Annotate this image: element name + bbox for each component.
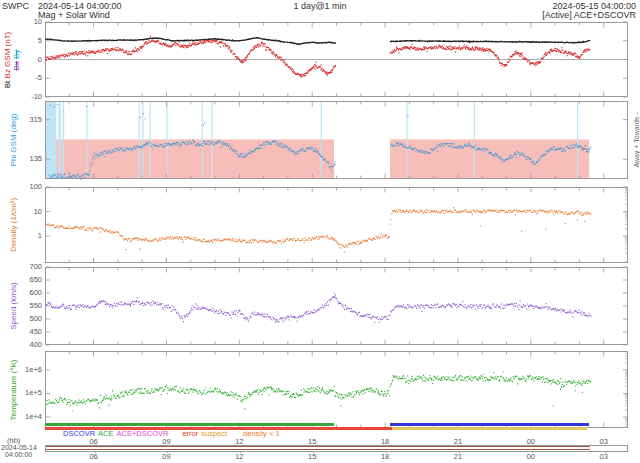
ytick-label: 1e+5: [1, 389, 42, 397]
mini-axis-tick: [313, 451, 314, 453]
series-speed: [45, 293, 591, 323]
y-axis-label-text: By: [12, 49, 21, 58]
y-axis-label-line: Bx By: [12, 31, 21, 87]
mini-axis-tick: [95, 451, 96, 453]
away-towards-label: Away + Towards -: [632, 112, 640, 167]
panel-temperature: [45, 351, 628, 428]
y-axis-label: Density (1/cm³): [9, 198, 18, 252]
y-axis-label-text: Speed (km/s): [9, 282, 18, 330]
y-axis-label-line: Speed (km/s): [9, 282, 18, 330]
legend-item-suspect: suspect: [201, 429, 227, 438]
mini-axis-tick: [605, 451, 606, 453]
status-bar-dscovr: [390, 423, 589, 426]
y-axis-label-text: Bt: [3, 78, 12, 88]
ytick-label: 10: [1, 18, 42, 26]
plot-area: 1050-5-10Bt Bz GSM (nT)Bx By315135Phi GS…: [0, 0, 640, 463]
y-axis-label-text: Temperature (°K): [9, 359, 18, 420]
panel-speed: [45, 267, 628, 345]
legend-item-ace: ACE: [98, 429, 113, 438]
hour-label: 09: [154, 453, 178, 461]
y-axis-label-line: Bt Bz GSM (nT): [3, 31, 12, 87]
ytick-label: 135: [1, 155, 42, 163]
hour-label: 15: [300, 453, 324, 461]
ytick-label: 550: [1, 302, 42, 310]
y-axis-label-text: Bz GSM (nT): [3, 31, 12, 78]
swpc-solar-wind-dashboard: { "header": { "brand": "SWPC", "start_da…: [0, 0, 640, 463]
hour-label: 00: [519, 453, 543, 461]
y-axis-label-line: Density (1/cm³): [9, 198, 18, 252]
ytick-label: 700: [1, 263, 42, 271]
legend-item-error: error: [182, 429, 198, 438]
y-axis-label-line: Phi GSM (deg): [9, 114, 18, 167]
legend-item-density-1: density < 1: [243, 429, 279, 438]
hour-label: 03: [592, 453, 616, 461]
ytick-label: 650: [1, 276, 42, 284]
legend-item-ace-dscovr: ACE+DSCOVR: [117, 429, 169, 438]
series-temperature: [45, 372, 591, 411]
hour-label: 12: [227, 453, 251, 461]
y-axis-label: Speed (km/s): [9, 282, 18, 330]
panel-bt-and-bz-gsm: [45, 22, 628, 97]
y-axis-label-line: Temperature (°K): [9, 359, 18, 420]
axis-start-time: 04:00:00: [5, 451, 32, 459]
ytick-label: 400: [1, 341, 42, 349]
ytick-label: 500: [1, 315, 42, 323]
y-axis-label: Bt Bz GSM (nT)Bx By: [3, 31, 21, 87]
legend-item-dscovr: DSCOVR: [63, 429, 95, 438]
series-bt: [45, 38, 590, 45]
series-density: [45, 208, 591, 253]
y-axis-label-text: Density (1/cm³): [9, 198, 18, 252]
hour-label: 18: [373, 453, 397, 461]
ytick-label: 10: [1, 208, 42, 216]
mini-axis-tick: [532, 451, 533, 453]
panel-density: [45, 187, 628, 263]
mini-axis-tick: [459, 451, 460, 453]
mini-axis-tick: [386, 451, 387, 453]
y-axis-label-text: Bx: [12, 61, 21, 70]
y-axis-label: Phi GSM (deg): [9, 114, 18, 167]
availability-line: [46, 449, 590, 450]
ytick-label: 1e+6: [1, 366, 42, 374]
ytick-label: 600: [1, 289, 42, 297]
hour-label: 06: [82, 453, 106, 461]
panel-phi-gsm: [45, 101, 628, 179]
availability-line: [46, 446, 590, 447]
mini-axis-tick: [240, 451, 241, 453]
ytick-label: 100: [1, 183, 42, 191]
mini-axis-tick: [167, 451, 168, 453]
y-axis-label: Temperature (°K): [9, 359, 18, 420]
ytick-label: 1: [1, 232, 42, 240]
ytick-label: 450: [1, 328, 42, 336]
hour-label: 21: [446, 453, 470, 461]
legend: DSCOVRACEACE+DSCOVRerrorsuspectdensity <…: [63, 429, 280, 438]
secondary-time-axis: [45, 445, 628, 452]
y-axis-label-text: Phi GSM (deg): [9, 114, 18, 167]
ytick-label: 315: [1, 116, 42, 124]
status-bar-suspect: [392, 427, 586, 430]
status-bar-ace: [45, 423, 334, 426]
ytick-label: 1e+4: [1, 413, 42, 421]
ytick-label: -10: [1, 93, 42, 101]
